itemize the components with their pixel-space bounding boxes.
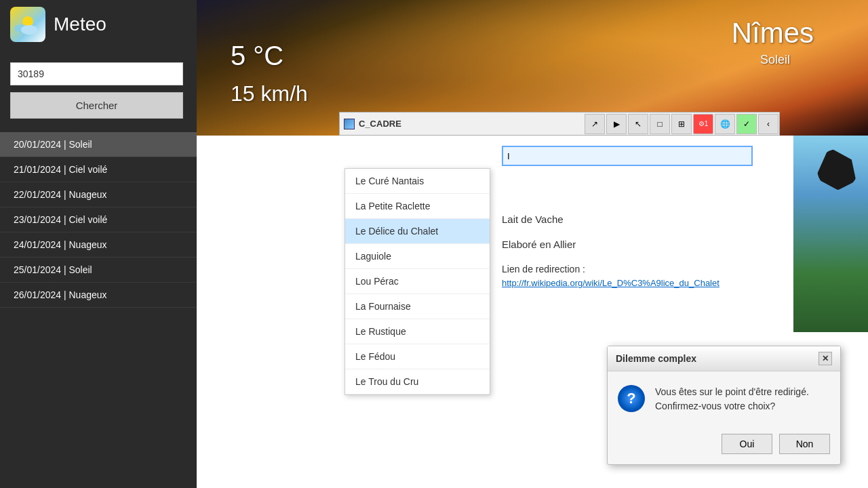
dialog-question-icon: ? [618,385,645,412]
dialog-message: Vous êtes sur le point d'être redirigé.C… [655,385,809,413]
toolbar-btn-resize[interactable]: ⊞ [671,114,692,134]
dialog-close-button[interactable]: ✕ [818,352,832,365]
dialog-titlebar: Dilemme complex ✕ [608,346,840,371]
search-button[interactable]: Chercher [10,92,183,119]
search-input[interactable] [10,62,183,85]
forecast-item[interactable]: 21/01/2024 | Ciel voilé [0,157,197,182]
dialog-buttons: Oui Non [608,427,840,464]
toolbar-title: C_CADRE [359,119,584,129]
forecast-item[interactable]: 26/01/2024 | Nuageux [0,283,197,308]
dropdown-item[interactable]: Le Délice du Chalet [345,219,490,244]
forecast-item[interactable]: 25/01/2024 | Soleil [0,258,197,283]
city-condition: Soleil [760,53,790,67]
dropdown-item[interactable]: Le Curé Nantais [345,169,490,194]
temperature-display: 5 °C [231,41,283,71]
city-name: Nîmes [732,17,814,49]
toolbar-btn-check[interactable]: ✓ [736,114,757,134]
wind-speed-display: 15 km/h [231,81,308,106]
dialog-body: ? Vous êtes sur le point d'être redirigé… [608,371,840,427]
dialog-no-button[interactable]: Non [779,434,830,454]
toolbar-btn-1[interactable]: ↗ [585,114,605,134]
dropdown-item[interactable]: Le Trou du Cru [345,369,490,394]
dialog-dilemme: Dilemme complex ✕ ? Vous êtes sur le poi… [607,346,841,465]
toolbar-icon [344,119,355,129]
dropdown-item[interactable]: La Petite Raclette [345,194,490,219]
dropdown-scroll[interactable]: Le Curé NantaisLa Petite RacletteLe Déli… [345,169,490,394]
toolbar-btn-box[interactable]: □ [650,114,670,134]
svg-point-2 [21,25,37,35]
dropdown-item[interactable]: La Fournaise [345,294,490,319]
dropdown-item[interactable]: Laguiole [345,244,490,269]
sidebar: Meteo Chercher 20/01/2024 | Soleil21/01/… [0,0,197,488]
toolbar-btn-globe[interactable]: 🌐 [715,114,735,134]
dialog-title: Dilemme complex [616,353,696,364]
toolbar-window: C_CADRE ↗ ▶ ↖ □ ⊞ ⚙1 🌐 ✓ ‹ [339,112,780,136]
toolbar-btn-back[interactable]: ‹ [758,114,778,134]
app-logo-icon [10,7,45,42]
dropdown-item[interactable]: Le Fédou [345,344,490,369]
forecast-list: 20/01/2024 | Soleil21/01/2024 | Ciel voi… [0,132,197,308]
forecast-item[interactable]: 20/01/2024 | Soleil [0,132,197,157]
toolbar-btn-badge[interactable]: ⚙1 [693,114,713,134]
app-header: Meteo [0,0,197,49]
forecast-item[interactable]: 22/01/2024 | Nuageux [0,182,197,207]
app-title: Meteo [54,14,106,35]
dropdown-item[interactable]: Le Rustique [345,319,490,344]
dropdown-container: Le Curé NantaisLa Petite RacletteLe Déli… [344,168,490,395]
forecast-item[interactable]: 23/01/2024 | Ciel voilé [0,207,197,232]
dropdown-item[interactable]: Lou Pérac [345,269,490,294]
content-text-field[interactable] [502,146,753,166]
forecast-item[interactable]: 24/01/2024 | Nuageux [0,232,197,258]
toolbar-btn-video[interactable]: ▶ [606,114,627,134]
toolbar-btn-cursor[interactable]: ↖ [628,114,648,134]
dialog-yes-button[interactable]: Oui [722,434,772,454]
right-image [793,136,868,332]
